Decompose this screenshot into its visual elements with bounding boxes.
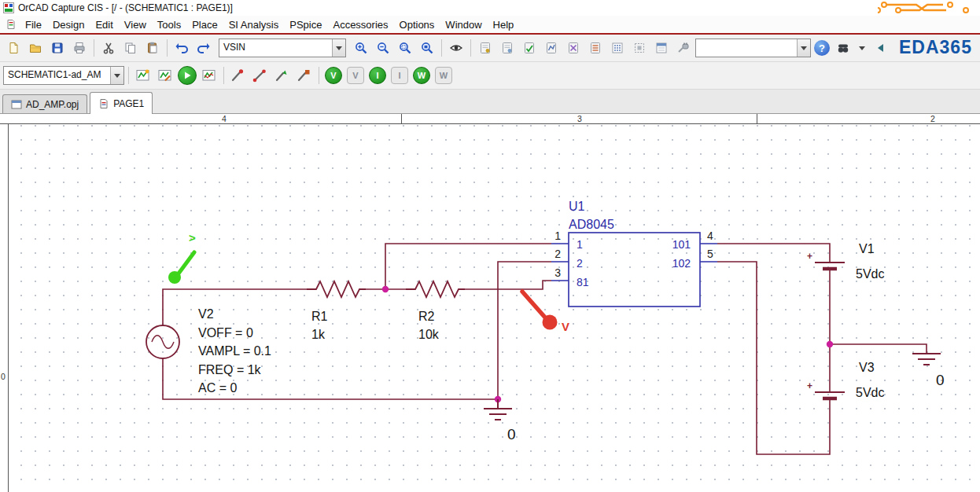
print-icon[interactable] — [69, 38, 90, 58]
source-v3[interactable]: + V3 5Vdc — [807, 361, 884, 399]
visibility-eye-icon[interactable] — [446, 38, 466, 58]
cross-reference-icon[interactable] — [563, 38, 584, 58]
bill-of-materials-icon[interactable] — [585, 38, 606, 58]
selection-filter-icon[interactable] — [629, 38, 650, 58]
menu-pspice[interactable]: PSpice — [284, 17, 327, 32]
project-manager-icon[interactable] — [651, 38, 672, 58]
v3-ref: V3 — [859, 361, 875, 374]
part-name-dropdown-button[interactable] — [332, 39, 345, 57]
ic-u1[interactable]: U1 AD8045 1 2 3 4 5 1 2 81 101 102 — [551, 200, 717, 307]
project-window-icon — [11, 99, 22, 110]
toggle-selected-bias-power-icon[interactable]: W — [433, 65, 454, 86]
simulation-profile-edit-icon[interactable] — [155, 65, 175, 86]
u1-pin-name: 1 — [577, 238, 583, 251]
zoom-in-icon[interactable] — [351, 38, 371, 58]
green-probe-marker[interactable]: > — [168, 231, 196, 284]
voltage-probe-red[interactable]: V — [522, 292, 569, 333]
u1-pin-name: 102 — [672, 257, 691, 270]
tab-page1[interactable]: PAGE1 — [90, 92, 153, 114]
menu-window[interactable]: Window — [440, 17, 487, 32]
menu-help[interactable]: Help — [488, 17, 520, 32]
menu-place[interactable]: Place — [186, 17, 223, 32]
u1-pin-name: 101 — [672, 238, 691, 251]
menu-si-analysis[interactable]: SI Analysis — [223, 17, 285, 32]
simulation-profile-combobox[interactable]: SCHEMATIC1-ad_AM — [3, 66, 124, 85]
menu-accessories[interactable]: Accessories — [327, 17, 393, 32]
ground-right[interactable]: 0 — [912, 354, 945, 388]
window-title: OrCAD Capture CIS - [/ - (SCHEMATIC1 : P… — [18, 2, 233, 13]
source-v2[interactable]: V2 VOFF = 0 VAMPL = 0.1 FREQ = 1k AC = 0 — [146, 307, 271, 395]
toolbar-separator — [128, 67, 129, 84]
save-icon[interactable] — [47, 38, 68, 58]
toolbar-separator — [167, 39, 168, 57]
navigate-back-icon[interactable] — [871, 38, 891, 58]
part-search-dropdown-icon[interactable] — [857, 38, 868, 58]
help-icon[interactable]: ? — [814, 40, 830, 56]
ground-label: 0 — [936, 372, 945, 388]
tab-project-label: AD_AMP.opj — [26, 99, 79, 110]
wire — [385, 244, 551, 289]
v1-plus: + — [807, 251, 812, 262]
power-marker-icon[interactable] — [294, 65, 315, 86]
design-rules-check-icon[interactable] — [519, 38, 540, 58]
net-wires[interactable] — [163, 244, 927, 454]
toolbar-separator — [319, 67, 319, 84]
part-search-binoculars-icon[interactable] — [833, 38, 853, 58]
green-marker-chevron: > — [189, 231, 196, 244]
document-menu-icon[interactable] — [6, 19, 17, 30]
zoom-all-icon[interactable] — [417, 38, 437, 58]
voltage-marker-icon[interactable] — [228, 65, 249, 86]
annotate-icon[interactable] — [475, 38, 496, 58]
u1-pin-number: 2 — [554, 248, 561, 260]
zoom-out-icon[interactable] — [373, 38, 393, 58]
source-v1[interactable]: + V1 5Vdc — [807, 242, 884, 281]
resistor-r2[interactable]: R2 10k — [406, 281, 465, 341]
menu-edit[interactable]: Edit — [90, 17, 118, 32]
v2-ref: V2 — [198, 307, 214, 321]
open-folder-icon[interactable] — [25, 38, 46, 58]
schematic-workarea: 4 3 2 0 — [0, 114, 980, 492]
tab-strip: AD_AMP.opj PAGE1 — [0, 90, 980, 114]
zoom-region-icon[interactable] — [395, 38, 415, 58]
chevron-down-icon — [114, 74, 120, 81]
create-netlist-icon[interactable] — [541, 38, 562, 58]
toggle-selected-bias-voltage-icon[interactable]: V — [345, 65, 366, 86]
search-value — [696, 39, 797, 57]
menu-view[interactable]: View — [119, 17, 152, 32]
menu-design[interactable]: Design — [47, 17, 90, 32]
main-toolbar: VSIN ? EDA365 — [0, 35, 980, 62]
new-document-icon[interactable] — [3, 38, 24, 58]
v3-value: 5Vdc — [856, 386, 884, 399]
resistor-r1[interactable]: R1 1k — [307, 281, 366, 341]
menu-file[interactable]: File — [20, 17, 47, 32]
toolbar-separator — [441, 39, 442, 57]
current-marker-icon[interactable] — [272, 65, 293, 86]
redo-icon[interactable] — [193, 38, 214, 58]
enable-bias-power-icon[interactable]: W — [411, 65, 432, 86]
title-bar: OrCAD Capture CIS - [/ - (SCHEMATIC1 : P… — [0, 0, 980, 16]
search-dropdown-button[interactable] — [797, 39, 810, 57]
view-simulation-results-icon[interactable] — [199, 65, 219, 86]
tab-project[interactable]: AD_AMP.opj — [2, 94, 87, 113]
cut-icon[interactable] — [98, 38, 119, 58]
toggle-selected-bias-current-icon[interactable]: I — [389, 65, 410, 86]
simulation-profile-dropdown-button[interactable] — [110, 67, 123, 84]
search-combobox[interactable] — [695, 39, 811, 57]
ground-bottom[interactable]: 0 — [484, 399, 516, 442]
top-ruler: 4 3 2 — [0, 114, 980, 124]
enable-bias-current-icon[interactable]: I — [367, 65, 388, 86]
simulation-profile-new-icon[interactable] — [133, 65, 153, 86]
paste-icon[interactable] — [142, 38, 163, 58]
part-name-combobox[interactable]: VSIN — [219, 39, 346, 57]
undo-icon[interactable] — [171, 38, 192, 58]
u1-pin-number: 4 — [707, 229, 713, 242]
menu-options[interactable]: Options — [394, 17, 440, 32]
enable-bias-voltage-icon[interactable]: V — [323, 65, 344, 86]
voltage-differential-marker-icon[interactable] — [250, 65, 271, 86]
run-pspice-icon[interactable] — [177, 65, 197, 86]
copy-icon[interactable] — [120, 38, 141, 58]
back-annotate-icon[interactable] — [497, 38, 518, 58]
menu-tools[interactable]: Tools — [152, 17, 186, 32]
snap-to-grid-icon[interactable] — [607, 38, 628, 58]
connectivity-icon[interactable] — [673, 38, 694, 58]
